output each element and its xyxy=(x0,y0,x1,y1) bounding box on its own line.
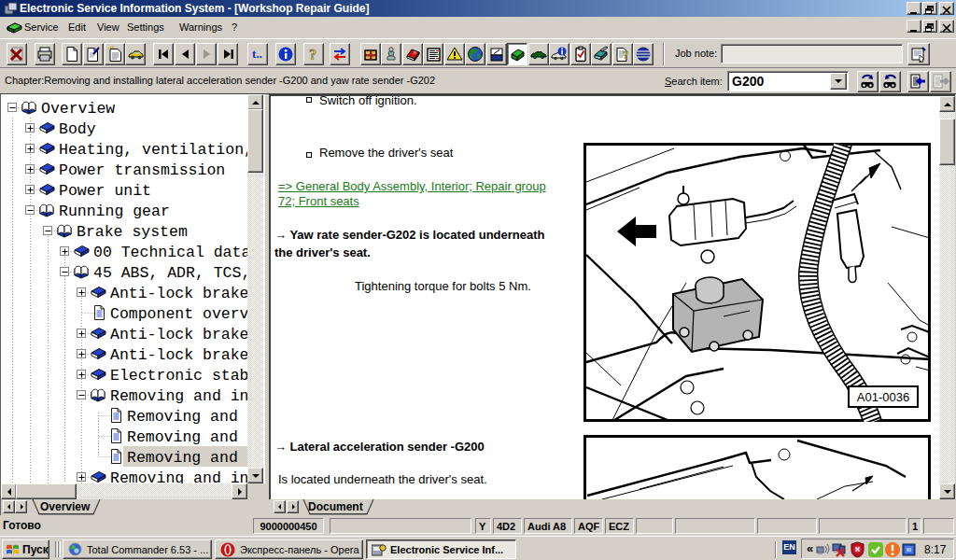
svg-text:Body: Body xyxy=(59,120,96,138)
svg-text:Overview: Overview xyxy=(41,100,115,118)
svg-text:Removing and: Removing and xyxy=(127,408,238,426)
svg-text:n: n xyxy=(414,49,416,55)
svg-text:Removing and: Removing and xyxy=(127,428,238,446)
svg-text:Power transmission: Power transmission xyxy=(59,161,225,179)
svg-text:45 ABS, ADR, TCS,: 45 ABS, ADR, TCS, xyxy=(93,264,247,282)
svg-text:A01-0036: A01-0036 xyxy=(857,390,909,404)
svg-text:Removing and in: Removing and in xyxy=(110,469,247,483)
svg-text:Anti-lock brake: Anti-lock brake xyxy=(110,285,247,302)
svg-text:?: ? xyxy=(623,48,629,62)
svg-text:Removing and: Removing and xyxy=(127,449,238,467)
svg-text:Electronic stab: Electronic stab xyxy=(110,367,247,385)
svg-text:Heating, ventilation,: Heating, ventilation, xyxy=(59,141,247,159)
svg-text:t..: t.. xyxy=(252,47,262,61)
svg-text:Removing and in: Removing and in xyxy=(110,387,247,405)
svg-text:Running gear: Running gear xyxy=(59,203,170,220)
svg-text:Power unit: Power unit xyxy=(59,182,151,200)
svg-text:Anti-lock brake: Anti-lock brake xyxy=(110,326,247,343)
svg-text:Brake system: Brake system xyxy=(77,223,188,241)
svg-text:Component overv: Component overv xyxy=(110,305,247,323)
svg-text:?: ? xyxy=(309,47,316,63)
svg-text:00 Technical data: 00 Technical data xyxy=(93,244,247,261)
svg-text:Anti-lock brake: Anti-lock brake xyxy=(110,346,247,364)
